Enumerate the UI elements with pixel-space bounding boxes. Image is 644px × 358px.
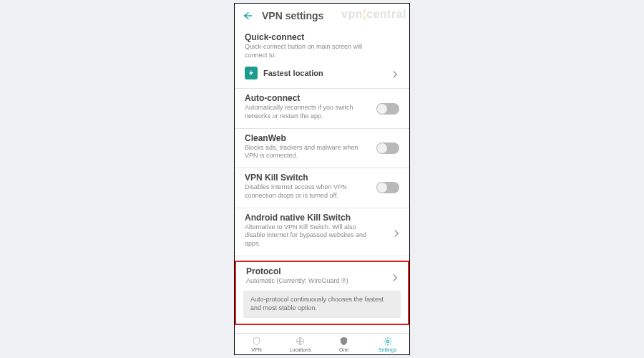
- watermark-a: vpn: [341, 8, 363, 20]
- shield-icon: [252, 337, 262, 347]
- svg-point-2: [386, 340, 389, 343]
- svg-text:1: 1: [343, 339, 345, 343]
- native-kill-switch-section[interactable]: Android native Kill Switch Alternative t…: [235, 208, 409, 256]
- nav-settings-label: Settings: [379, 347, 396, 352]
- chevron-right-icon: [392, 69, 398, 77]
- arrow-left-icon: [241, 9, 254, 22]
- cleanweb-section: CleanWeb Blocks ads, trackers and malwar…: [235, 129, 409, 168]
- back-button[interactable]: [240, 9, 255, 23]
- globe-icon: [296, 337, 306, 347]
- bottom-nav: VPN Locations 1 One Settings: [235, 333, 409, 354]
- phone-frame: VPN settings vpn¦central Quick-connect Q…: [234, 3, 410, 355]
- page-title: VPN settings: [262, 10, 323, 21]
- kill-switch-section: VPN Kill Switch Disables internet access…: [235, 168, 409, 208]
- watermark: vpn¦central: [341, 8, 406, 21]
- nav-one-label: One: [339, 347, 348, 352]
- gear-icon: [383, 337, 393, 347]
- nav-settings[interactable]: Settings: [366, 334, 409, 354]
- kill-switch-toggle[interactable]: [376, 182, 399, 193]
- one-badge-icon: 1: [339, 337, 349, 347]
- kill-switch-title: VPN Kill Switch: [245, 173, 399, 183]
- protocol-sub: Automatic (Currently: WireGuard ®): [246, 277, 398, 286]
- native-kill-title: Android native Kill Switch: [245, 213, 399, 223]
- auto-connect-toggle[interactable]: [376, 103, 399, 115]
- protocol-section[interactable]: Protocol Automatic (Currently: WireGuard…: [236, 262, 408, 289]
- topbar: VPN settings vpn¦central: [235, 4, 409, 28]
- protocol-title: Protocol: [246, 266, 398, 276]
- nav-vpn[interactable]: VPN: [235, 334, 278, 354]
- watermark-divider-icon: ¦: [363, 8, 366, 20]
- quick-connect-title: Quick-connect: [245, 32, 399, 42]
- watermark-b: central: [366, 8, 406, 20]
- auto-connect-title: Auto-connect: [245, 93, 399, 103]
- quick-connect-sub: Quick-connect button on main screen will…: [245, 43, 399, 59]
- nav-locations[interactable]: Locations: [278, 334, 322, 354]
- cleanweb-toggle[interactable]: [376, 142, 399, 154]
- fastest-location-label: Fastest location: [263, 69, 323, 77]
- bolt-icon: [248, 69, 255, 77]
- protocol-highlight: Protocol Automatic (Currently: WireGuard…: [235, 261, 409, 325]
- protocol-infobox: Auto-protocol continuously chooses the f…: [243, 291, 401, 317]
- cleanweb-title: CleanWeb: [245, 133, 399, 143]
- chevron-right-icon: [392, 272, 398, 281]
- native-kill-sub: Alternative to VPN Kill Switch. Will als…: [245, 223, 399, 248]
- nav-locations-label: Locations: [290, 347, 311, 352]
- settings-list: Quick-connect Quick-connect button on ma…: [235, 28, 409, 334]
- quick-connect-section: Quick-connect Quick-connect button on ma…: [235, 28, 409, 89]
- chevron-right-icon: [394, 228, 399, 236]
- quick-connect-row[interactable]: Fastest location: [245, 65, 399, 81]
- nav-one[interactable]: 1 One: [322, 334, 366, 354]
- auto-connect-section: Auto-connect Automatically reconnects if…: [235, 89, 409, 128]
- bolt-badge: [245, 67, 258, 79]
- nav-vpn-label: VPN: [251, 347, 261, 352]
